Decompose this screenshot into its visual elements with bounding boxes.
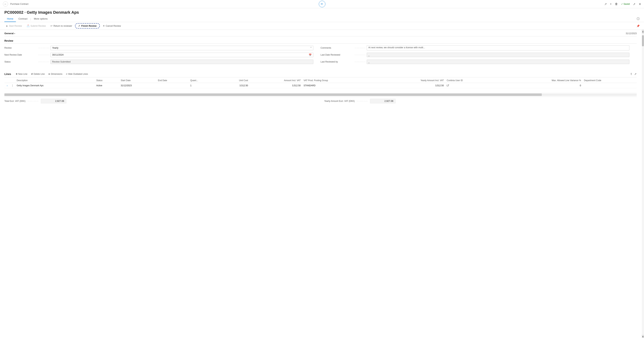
scroll-down-button[interactable]: ▼ (642, 335, 644, 338)
dropdown-arrow-icon: ˅ (310, 47, 312, 49)
col-amount-incl-vat: Amount Incl. VAT (250, 78, 302, 83)
col-quantity: Quant... (189, 78, 218, 83)
tab-contract[interactable]: Contract (16, 16, 30, 22)
footer-totals: Total Excl. VAT (DKK) 2,927.08 Yearly Am… (4, 97, 637, 105)
row-amount-incl-vat: 3,512.50 (250, 83, 302, 88)
return-icon: ↩ (50, 24, 52, 27)
col-dept-code: Department Code (582, 78, 637, 83)
action-toolbar: ▶ Start Review 📩 Submit Review ↩ Return … (0, 22, 644, 30)
row-description: Getty Images Denmark Aps (15, 83, 95, 88)
toolbar-right: 📌 (636, 24, 640, 27)
total-excl-vat-value: 2,927.08 (41, 99, 66, 103)
lines-table-body: → ⋮ Getty Images Denmark Aps Active 31/1… (4, 83, 637, 93)
dimensions-button[interactable]: ⊕ Dimensions (47, 72, 64, 76)
empty-row (4, 88, 637, 93)
last-date-reviewed-row: Last Date Reviewed _ (321, 52, 630, 57)
cancel-icon: ✕ (103, 24, 105, 27)
hide-outdated-icon: ≠ (66, 73, 67, 75)
lines-title: Lines (4, 73, 11, 75)
back-button[interactable]: ← (3, 1, 8, 6)
yearly-amount-value: 2,927.08 (370, 99, 396, 103)
pin-icon[interactable]: 📌 (636, 24, 640, 27)
row-arrow-icon: → (6, 84, 8, 87)
lines-right-actions: ⇧ ➚ (630, 72, 637, 76)
review-dropdown[interactable]: Yearly ˅ (50, 46, 313, 50)
status-label: Status (4, 60, 37, 63)
top-bar: ← Purchase Contract ✏ ↗ + 🗑 ✓ Saved ➚ ✕ (0, 0, 644, 8)
breadcrumb: Purchase Contract (10, 3, 28, 5)
checkmark-icon: ✓ (78, 24, 80, 27)
review-form-grid: Review Yearly ˅ Next Review Date (4, 45, 637, 66)
review-field-row: Review Yearly ˅ (4, 45, 313, 50)
add-icon[interactable]: + (610, 2, 612, 6)
return-to-reviewer-button[interactable]: ↩ Return to reviewer (49, 23, 74, 28)
row-vat-prod: STANDARD (302, 83, 375, 88)
row-start-date: 31/12/2023 (119, 83, 156, 88)
tabs-bar: Home Contract | More options ⓘ (0, 16, 644, 22)
cancel-review-button[interactable]: ✕ Cancel Review (101, 23, 123, 28)
back-icon: ← (4, 2, 7, 5)
dimensions-icon: ⊕ (48, 73, 50, 75)
col-max-variance: Max. Allowed Line Variance % (496, 78, 582, 83)
col-vat-posting: VAT Prod. Posting Group (302, 78, 375, 83)
lines-expand-icon[interactable]: ➚ (634, 72, 637, 76)
row-unit-cost: 3,512.50 (218, 83, 250, 88)
status-value: Review Submitted (50, 60, 313, 64)
top-right-actions: ↗ + 🗑 ✓ Saved ➚ ✕ (604, 2, 641, 6)
horizontal-scrollbar[interactable] (4, 93, 637, 96)
row-end-date (156, 83, 189, 88)
tab-home[interactable]: Home (4, 16, 16, 22)
start-review-button[interactable]: ▶ Start Review (4, 23, 24, 28)
page-header: PC000002 · Getty Images Denmark Aps (0, 8, 644, 15)
review-form-left: Review Yearly ˅ Next Review Date (4, 45, 321, 66)
col-start-date: Start Date (119, 78, 156, 83)
row-max-variance: 0 (496, 83, 582, 88)
row-status: Active (95, 83, 119, 88)
expand-icon[interactable]: ➚ (633, 2, 636, 6)
review-form-right: Comments At next review, we should consi… (321, 45, 637, 66)
scroll-handle[interactable] (642, 35, 644, 46)
hide-outdated-button[interactable]: ≠ Hide Outdated Lines (64, 72, 90, 76)
next-review-date-input[interactable]: 30/11/2024 📅 (50, 53, 313, 57)
lines-share-icon[interactable]: ⇧ (630, 72, 632, 76)
last-date-reviewed-value: _ (367, 53, 630, 57)
check-icon: ✓ (621, 3, 623, 5)
lines-header: Lines ✚ New Line ✘ Delete Line ⊕ Dimensi (4, 72, 637, 77)
edit-circle-button[interactable]: ✏ (319, 1, 326, 7)
next-review-date-row: Next Review Date 30/11/2024 📅 (4, 52, 313, 57)
scroll-track (642, 33, 644, 335)
col-unit-cost: Unit Cost (218, 78, 250, 83)
general-date: 31/12/2023 (626, 32, 637, 35)
general-title[interactable]: General › (4, 32, 15, 35)
lines-section: Lines ✚ New Line ✘ Delete Line ⊕ Dimensi (4, 69, 637, 105)
submit-review-button[interactable]: 📩 Submit Review (25, 23, 48, 28)
pencil-icon: ✏ (321, 2, 323, 6)
row-quantity: 1 (189, 83, 218, 88)
review-section: Review Review Yearly ˅ (4, 36, 637, 69)
row-yearly-amount: 3,512.50 (375, 83, 445, 88)
col-status: Status (95, 78, 119, 83)
tab-more-options[interactable]: More options (31, 16, 50, 22)
review-field-label: Review (4, 47, 37, 49)
share-icon[interactable]: ↗ (604, 2, 607, 6)
new-line-button[interactable]: ✚ New Line (14, 72, 29, 76)
comments-input[interactable]: At next review, we should consider a lic… (367, 45, 630, 50)
lines-actions: ✚ New Line ✘ Delete Line ⊕ Dimensions (14, 72, 90, 76)
chevron-right-icon: › (14, 32, 15, 35)
right-scrollbar[interactable]: ▲ ▼ (642, 30, 644, 338)
row-menu-icon[interactable]: ⋮ (11, 84, 14, 87)
finish-review-button[interactable]: ✓ Finish Review (75, 23, 100, 28)
lines-table: Description Status Start Date End Date Q… (4, 78, 637, 93)
col-description: Description (15, 78, 95, 83)
lines-header-row: Description Status Start Date End Date Q… (4, 78, 637, 83)
last-reviewed-by-row: Last Reviewed by _ (321, 59, 630, 64)
footer-right: Yearly Amount Excl. VAT (DKK) 2,927.08 (324, 99, 637, 103)
collapse-icon[interactable]: ✕ (639, 2, 641, 6)
scroll-up-button[interactable]: ▲ (642, 30, 644, 33)
delete-icon[interactable]: 🗑 (615, 2, 618, 6)
info-icon[interactable]: ⓘ (637, 17, 640, 21)
yearly-amount-label: Yearly Amount Excl. VAT (DKK) (324, 100, 355, 102)
col-end-date: End Date (156, 78, 189, 83)
delete-line-button[interactable]: ✘ Delete Line (30, 72, 46, 76)
play-icon: ▶ (6, 24, 8, 27)
